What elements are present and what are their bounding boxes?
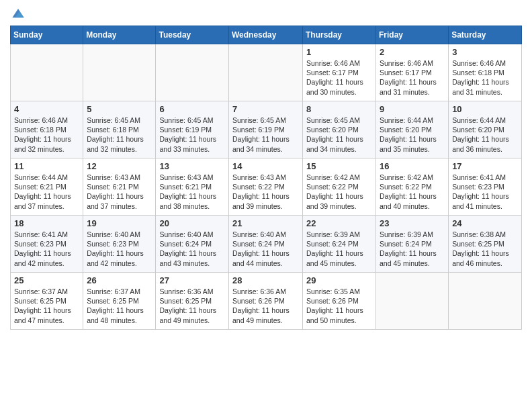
calendar-cell: 28Sunrise: 6:36 AMSunset: 6:26 PMDayligh…	[229, 273, 303, 330]
day-info: Sunrise: 6:41 AMSunset: 6:23 PMDaylight:…	[452, 173, 518, 211]
calendar-cell: 15Sunrise: 6:42 AMSunset: 6:22 PMDayligh…	[303, 158, 376, 216]
day-info: Sunrise: 6:39 AMSunset: 6:24 PMDaylight:…	[380, 230, 445, 268]
calendar-cell: 2Sunrise: 6:46 AMSunset: 6:17 PMDaylight…	[376, 44, 449, 101]
calendar-cell: 18Sunrise: 6:41 AMSunset: 6:23 PMDayligh…	[11, 216, 83, 273]
day-info: Sunrise: 6:45 AMSunset: 6:19 PMDaylight:…	[159, 116, 225, 154]
day-info: Sunrise: 6:37 AMSunset: 6:25 PMDaylight:…	[14, 287, 79, 325]
logo-icon	[11, 7, 25, 20]
day-info: Sunrise: 6:46 AMSunset: 6:17 PMDaylight:…	[380, 58, 445, 97]
calendar-cell: 9Sunrise: 6:44 AMSunset: 6:20 PMDaylight…	[376, 101, 449, 158]
day-number: 29	[306, 275, 372, 285]
day-info: Sunrise: 6:40 AMSunset: 6:24 PMDaylight:…	[232, 230, 299, 268]
calendar-week-row: 18Sunrise: 6:41 AMSunset: 6:23 PMDayligh…	[11, 216, 522, 273]
calendar-cell: 11Sunrise: 6:44 AMSunset: 6:21 PMDayligh…	[11, 158, 83, 216]
day-number: 23	[380, 218, 445, 228]
calendar-cell: 26Sunrise: 6:37 AMSunset: 6:25 PMDayligh…	[83, 273, 156, 330]
day-info: Sunrise: 6:44 AMSunset: 6:20 PMDaylight:…	[452, 116, 518, 154]
day-number: 11	[14, 161, 79, 171]
calendar-cell: 8Sunrise: 6:45 AMSunset: 6:20 PMDaylight…	[303, 101, 376, 158]
logo	[10, 7, 25, 20]
calendar-cell: 13Sunrise: 6:43 AMSunset: 6:21 PMDayligh…	[156, 158, 229, 216]
day-info: Sunrise: 6:43 AMSunset: 6:21 PMDaylight:…	[87, 173, 152, 211]
calendar-cell: 23Sunrise: 6:39 AMSunset: 6:24 PMDayligh…	[376, 216, 449, 273]
day-info: Sunrise: 6:46 AMSunset: 6:17 PMDaylight:…	[306, 58, 372, 97]
day-number: 28	[232, 275, 299, 285]
calendar-week-row: 1Sunrise: 6:46 AMSunset: 6:17 PMDaylight…	[11, 44, 522, 101]
calendar-cell: 24Sunrise: 6:38 AMSunset: 6:25 PMDayligh…	[449, 216, 522, 273]
day-info: Sunrise: 6:45 AMSunset: 6:19 PMDaylight:…	[232, 116, 299, 154]
day-info: Sunrise: 6:45 AMSunset: 6:20 PMDaylight:…	[306, 116, 372, 154]
day-info: Sunrise: 6:39 AMSunset: 6:24 PMDaylight:…	[306, 230, 372, 268]
day-number: 15	[306, 161, 372, 171]
calendar-cell: 21Sunrise: 6:40 AMSunset: 6:24 PMDayligh…	[229, 216, 303, 273]
calendar-body: 1Sunrise: 6:46 AMSunset: 6:17 PMDaylight…	[11, 44, 522, 330]
calendar-week-row: 11Sunrise: 6:44 AMSunset: 6:21 PMDayligh…	[11, 158, 522, 216]
calendar-dow-tuesday: Tuesday	[156, 26, 229, 44]
calendar-cell: 22Sunrise: 6:39 AMSunset: 6:24 PMDayligh…	[303, 216, 376, 273]
day-number: 4	[14, 104, 79, 114]
day-number: 21	[232, 218, 299, 228]
day-number: 2	[380, 47, 445, 57]
calendar-cell: 12Sunrise: 6:43 AMSunset: 6:21 PMDayligh…	[83, 158, 156, 216]
calendar-cell: 7Sunrise: 6:45 AMSunset: 6:19 PMDaylight…	[229, 101, 303, 158]
calendar-cell	[449, 273, 522, 330]
calendar-header: SundayMondayTuesdayWednesdayThursdayFrid…	[11, 26, 522, 44]
day-info: Sunrise: 6:36 AMSunset: 6:25 PMDaylight:…	[159, 287, 225, 325]
day-info: Sunrise: 6:40 AMSunset: 6:23 PMDaylight:…	[87, 230, 152, 268]
day-info: Sunrise: 6:43 AMSunset: 6:22 PMDaylight:…	[232, 173, 299, 211]
calendar-cell: 17Sunrise: 6:41 AMSunset: 6:23 PMDayligh…	[449, 158, 522, 216]
day-number: 14	[232, 161, 299, 171]
day-number: 22	[306, 218, 372, 228]
page-header	[10, 7, 522, 20]
day-number: 16	[380, 161, 445, 171]
calendar-header-row: SundayMondayTuesdayWednesdayThursdayFrid…	[11, 26, 522, 44]
calendar-cell: 5Sunrise: 6:45 AMSunset: 6:18 PMDaylight…	[83, 101, 156, 158]
day-info: Sunrise: 6:44 AMSunset: 6:20 PMDaylight:…	[380, 116, 445, 154]
day-info: Sunrise: 6:37 AMSunset: 6:25 PMDaylight:…	[87, 287, 152, 325]
day-number: 19	[87, 218, 152, 228]
day-number: 24	[452, 218, 518, 228]
calendar-cell: 4Sunrise: 6:46 AMSunset: 6:18 PMDaylight…	[11, 101, 83, 158]
calendar-cell: 6Sunrise: 6:45 AMSunset: 6:19 PMDaylight…	[156, 101, 229, 158]
day-info: Sunrise: 6:44 AMSunset: 6:21 PMDaylight:…	[14, 173, 79, 211]
day-number: 3	[452, 47, 518, 57]
day-number: 17	[452, 161, 518, 171]
day-number: 6	[159, 104, 225, 114]
day-info: Sunrise: 6:45 AMSunset: 6:18 PMDaylight:…	[87, 116, 152, 154]
calendar-cell	[83, 44, 156, 101]
calendar-dow-friday: Friday	[376, 26, 449, 44]
calendar-cell: 25Sunrise: 6:37 AMSunset: 6:25 PMDayligh…	[11, 273, 83, 330]
calendar-cell: 10Sunrise: 6:44 AMSunset: 6:20 PMDayligh…	[449, 101, 522, 158]
calendar-dow-thursday: Thursday	[303, 26, 376, 44]
day-number: 20	[159, 218, 225, 228]
calendar-dow-saturday: Saturday	[449, 26, 522, 44]
calendar-cell	[229, 44, 303, 101]
day-number: 12	[87, 161, 152, 171]
calendar-week-row: 25Sunrise: 6:37 AMSunset: 6:25 PMDayligh…	[11, 273, 522, 330]
calendar-cell: 14Sunrise: 6:43 AMSunset: 6:22 PMDayligh…	[229, 158, 303, 216]
calendar-cell: 27Sunrise: 6:36 AMSunset: 6:25 PMDayligh…	[156, 273, 229, 330]
calendar-cell: 1Sunrise: 6:46 AMSunset: 6:17 PMDaylight…	[303, 44, 376, 101]
calendar-cell: 29Sunrise: 6:35 AMSunset: 6:26 PMDayligh…	[303, 273, 376, 330]
calendar-dow-sunday: Sunday	[11, 26, 83, 44]
day-info: Sunrise: 6:35 AMSunset: 6:26 PMDaylight:…	[306, 287, 372, 325]
day-number: 26	[87, 275, 152, 285]
calendar-table: SundayMondayTuesdayWednesdayThursdayFrid…	[10, 26, 522, 330]
day-number: 1	[306, 47, 372, 57]
day-info: Sunrise: 6:36 AMSunset: 6:26 PMDaylight:…	[232, 287, 299, 325]
calendar-dow-wednesday: Wednesday	[229, 26, 303, 44]
day-info: Sunrise: 6:38 AMSunset: 6:25 PMDaylight:…	[452, 230, 518, 268]
day-info: Sunrise: 6:41 AMSunset: 6:23 PMDaylight:…	[14, 230, 79, 268]
calendar-cell	[11, 44, 83, 101]
day-number: 8	[306, 104, 372, 114]
calendar-cell	[376, 273, 449, 330]
day-info: Sunrise: 6:42 AMSunset: 6:22 PMDaylight:…	[306, 173, 372, 211]
day-info: Sunrise: 6:46 AMSunset: 6:18 PMDaylight:…	[14, 116, 79, 154]
day-number: 25	[14, 275, 79, 285]
calendar-cell: 19Sunrise: 6:40 AMSunset: 6:23 PMDayligh…	[83, 216, 156, 273]
calendar-cell: 16Sunrise: 6:42 AMSunset: 6:22 PMDayligh…	[376, 158, 449, 216]
day-number: 10	[452, 104, 518, 114]
day-number: 27	[159, 275, 225, 285]
day-number: 18	[14, 218, 79, 228]
day-number: 7	[232, 104, 299, 114]
